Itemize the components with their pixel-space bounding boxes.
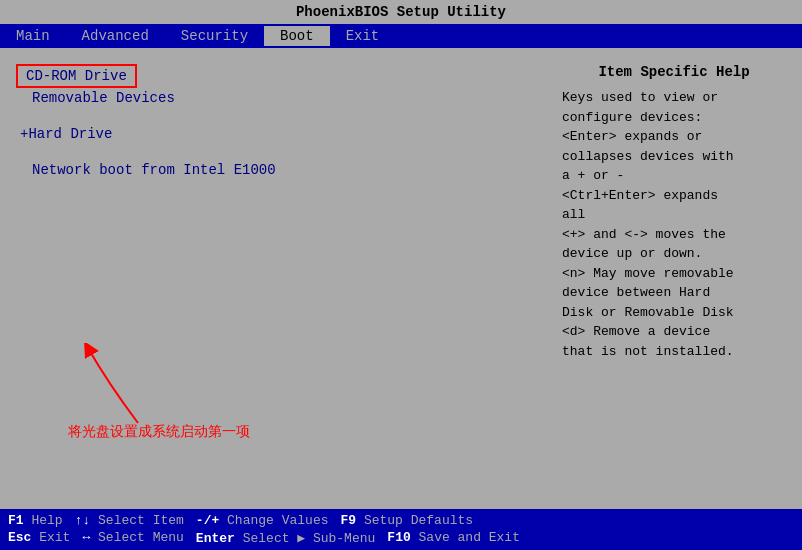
main-content: CD-ROM DriveRemovable Devices+Hard Drive… xyxy=(0,48,802,509)
nav-item-advanced[interactable]: Advanced xyxy=(66,26,165,46)
boot-item-3[interactable]: Network boot from Intel E1000 xyxy=(16,160,538,180)
status-bar: F1 Help ↑↓ Select Item -/+ Change Values… xyxy=(0,509,802,550)
right-panel: Item Specific Help Keys used to view or … xyxy=(554,56,794,501)
status-item-F9: F9 Setup Defaults xyxy=(340,513,473,528)
status-row-1: F1 Help ↑↓ Select Item -/+ Change Values… xyxy=(8,513,794,528)
status-item-Enter: Enter Select ▶ Sub-Menu xyxy=(196,530,375,546)
status-item-Esc: Esc Exit xyxy=(8,530,70,546)
help-title: Item Specific Help xyxy=(562,64,786,80)
boot-item-2[interactable]: +Hard Drive xyxy=(16,124,538,144)
nav-item-boot[interactable]: Boot xyxy=(264,26,330,46)
boot-items-container: CD-ROM DriveRemovable Devices+Hard Drive… xyxy=(16,64,538,196)
boot-item-0[interactable]: CD-ROM Drive xyxy=(16,64,137,88)
app-title: PhoenixBIOS Setup Utility xyxy=(296,4,506,20)
annotation-arrow xyxy=(78,343,198,433)
status-row-2: Esc Exit ↔ Select Menu Enter Select ▶ Su… xyxy=(8,530,794,546)
status-item--/+: -/+ Change Values xyxy=(196,513,329,528)
status-item-F1: F1 Help xyxy=(8,513,63,528)
nav-item-exit[interactable]: Exit xyxy=(330,26,396,46)
status-item-↔: ↔ Select Menu xyxy=(82,530,183,546)
annotation-area: 将光盘设置成系统启动第一项 xyxy=(68,423,250,441)
boot-item-1[interactable]: Removable Devices xyxy=(16,88,538,108)
status-item-↑↓: ↑↓ Select Item xyxy=(75,513,184,528)
nav-item-main[interactable]: Main xyxy=(0,26,66,46)
title-bar: PhoenixBIOS Setup Utility xyxy=(0,0,802,24)
help-text: Keys used to view or configure devices: … xyxy=(562,88,786,361)
nav-bar: MainAdvancedSecurityBootExit xyxy=(0,24,802,48)
nav-item-security[interactable]: Security xyxy=(165,26,264,46)
left-panel: CD-ROM DriveRemovable Devices+Hard Drive… xyxy=(8,56,546,501)
status-item-F10: F10 Save and Exit xyxy=(387,530,520,546)
